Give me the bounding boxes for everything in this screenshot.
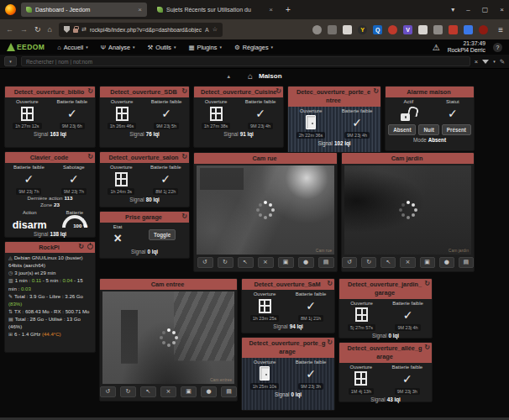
header-right: ⚠ 21:37:49 RockPi4 Derric ? bbox=[433, 40, 502, 55]
menu-analyse[interactable]: Ψ Analyse ▾ bbox=[101, 44, 135, 51]
open-duration: 2h 22m 36s bbox=[296, 132, 326, 139]
new-tab-button[interactable]: + bbox=[283, 5, 293, 14]
browse-recordings-icon[interactable]: ▤ bbox=[221, 386, 237, 397]
close-icon[interactable]: × bbox=[160, 386, 176, 397]
refresh-icon[interactable]: ↻ bbox=[181, 87, 187, 95]
nuit-button[interactable]: Nuit bbox=[418, 124, 438, 135]
snapshot-icon[interactable]: ▣ bbox=[278, 257, 294, 268]
search-scope-dropdown[interactable]: ▾ bbox=[4, 56, 17, 66]
extension-icon[interactable] bbox=[388, 25, 397, 34]
camera-feed[interactable]: Cam jardin bbox=[344, 165, 471, 255]
toggle-button[interactable]: Toggle bbox=[149, 229, 176, 240]
extension-icon[interactable]: Y bbox=[358, 25, 367, 34]
reload-icon[interactable]: ↻ bbox=[34, 25, 41, 34]
section-header: ▴ ⌂ Maison bbox=[0, 71, 509, 81]
warning-icon[interactable]: ⚠ bbox=[433, 43, 440, 52]
menu-accueil[interactable]: ⌂ Accueil ▾ bbox=[57, 44, 88, 51]
cursor-icon[interactable]: ↖ bbox=[380, 257, 396, 268]
translate-icon[interactable]: A bbox=[205, 27, 209, 33]
extension-icon[interactable] bbox=[312, 25, 322, 34]
record-icon[interactable]: ● bbox=[201, 386, 217, 397]
extension-icon[interactable] bbox=[449, 25, 458, 34]
record-icon[interactable]: ● bbox=[439, 257, 454, 268]
absent-button[interactable]: Absent bbox=[388, 124, 416, 135]
refresh-icon[interactable]: ↻ bbox=[275, 87, 281, 95]
extension-icon[interactable] bbox=[328, 25, 337, 34]
refresh-icon[interactable]: ↻ bbox=[181, 213, 187, 220]
maximize-button[interactable]: ▢ bbox=[482, 6, 489, 13]
refresh-icon[interactable]: ↻ bbox=[87, 153, 93, 160]
firefox-icon[interactable] bbox=[5, 4, 16, 15]
menu-outils[interactable]: ⚒ Outils ▾ bbox=[148, 44, 176, 51]
clock-time: 21:37:49 bbox=[448, 40, 485, 47]
pan-right-icon[interactable]: ↻ bbox=[218, 257, 234, 268]
home-icon[interactable]: ⌂ bbox=[48, 25, 52, 34]
clear-search-icon[interactable]: × bbox=[475, 58, 478, 66]
browse-recordings-icon[interactable]: ▤ bbox=[459, 257, 474, 268]
extension-icon[interactable] bbox=[479, 25, 488, 34]
cursor-icon[interactable]: ↖ bbox=[140, 386, 156, 397]
extension-icon[interactable] bbox=[464, 25, 473, 34]
pan-left-icon[interactable]: ↺ bbox=[342, 257, 357, 268]
list-tabs-icon[interactable]: ▾ bbox=[451, 6, 454, 13]
close-icon[interactable]: × bbox=[400, 257, 415, 268]
tab-close-icon[interactable]: × bbox=[269, 6, 273, 13]
url-bar[interactable]: ⇄ rockpi4b/index.php?v=d&p=dashboard&obj… bbox=[59, 23, 223, 37]
menu-reglages[interactable]: ⚙ Réglages ▾ bbox=[234, 44, 273, 51]
user-name[interactable]: RockPi4 Derric bbox=[448, 47, 485, 54]
tab-dashboard[interactable]: Dashboard - Jeedom × bbox=[21, 3, 147, 17]
filter-caret-icon[interactable]: ▾ bbox=[493, 59, 496, 64]
close-button[interactable]: × bbox=[500, 6, 504, 13]
menu-plugins[interactable]: ▦ Plugins ▾ bbox=[188, 44, 222, 51]
refresh-icon[interactable]: ↻ bbox=[327, 280, 333, 287]
jeedom-header: EEDOM ⌂ Accueil ▾ Ψ Analyse ▾ ⚒ Outils ▾… bbox=[0, 39, 509, 55]
camera-feed[interactable]: Cam entree bbox=[102, 291, 234, 384]
jeedom-logo[interactable]: EEDOM bbox=[7, 43, 45, 51]
refresh-icon[interactable]: ↻ bbox=[424, 280, 430, 289]
extension-icon[interactable] bbox=[433, 25, 443, 34]
edit-icon[interactable]: ✎ bbox=[500, 58, 505, 66]
extension-icon[interactable] bbox=[343, 25, 352, 34]
pan-right-icon[interactable]: ↻ bbox=[120, 386, 136, 397]
menu-icon[interactable]: ≡ bbox=[498, 25, 503, 34]
power-icon[interactable] bbox=[87, 244, 93, 249]
tab-forum[interactable]: Sujets Récents sur Utilisation du × bbox=[152, 3, 278, 17]
camera-feed[interactable]: Cam rue bbox=[197, 165, 334, 255]
tracking-shield-icon[interactable] bbox=[64, 26, 70, 33]
help-icon[interactable]: ? bbox=[493, 43, 502, 52]
filter-icon[interactable] bbox=[482, 60, 489, 64]
snapshot-icon[interactable]: ▣ bbox=[181, 386, 197, 397]
snapshot-icon[interactable]: ▣ bbox=[420, 257, 435, 268]
record-icon[interactable]: ● bbox=[298, 257, 314, 268]
pan-right-icon[interactable]: ↻ bbox=[361, 257, 376, 268]
refresh-icon[interactable]: ↻ bbox=[87, 87, 93, 95]
extension-icon[interactable]: Q bbox=[373, 25, 382, 34]
tile-detect-ouverture-allee-garage: Detect_ouverture_allée_garage ↻ Ouvertur… bbox=[338, 342, 433, 402]
forward-icon[interactable]: → bbox=[20, 25, 28, 34]
cursor-icon[interactable]: ↖ bbox=[238, 257, 254, 268]
url-text[interactable]: rockpi4b/index.php?v=d&p=dashboard&objec… bbox=[90, 27, 202, 33]
refresh-icon[interactable]: ↻ bbox=[327, 339, 333, 348]
refresh-icon[interactable]: ↻ bbox=[424, 344, 430, 353]
extension-icon[interactable] bbox=[418, 25, 428, 34]
extension-icon[interactable]: V bbox=[403, 25, 412, 34]
bookmark-star-icon[interactable]: ☆ bbox=[213, 26, 218, 33]
search-input[interactable] bbox=[21, 56, 470, 66]
collapse-icon[interactable]: ▴ bbox=[227, 73, 230, 80]
lock-icon[interactable] bbox=[73, 29, 78, 33]
pan-left-icon[interactable]: ↺ bbox=[197, 257, 213, 268]
refresh-icon[interactable]: ↻ bbox=[373, 87, 379, 97]
close-icon[interactable]: × bbox=[258, 257, 274, 268]
open-duration: 1h 27m 12s bbox=[13, 123, 42, 129]
battery-label: Batterie faible bbox=[151, 99, 182, 104]
tab-close-icon[interactable]: × bbox=[138, 6, 142, 13]
door-icon bbox=[306, 115, 316, 129]
back-icon[interactable]: ← bbox=[6, 25, 13, 34]
present-button[interactable]: Présent bbox=[442, 124, 471, 135]
cpu-icon: ⊞ bbox=[8, 331, 13, 337]
minimize-button[interactable]: – bbox=[466, 6, 470, 13]
refresh-icon[interactable]: ↻ bbox=[78, 243, 84, 250]
refresh-icon[interactable]: ↻ bbox=[181, 153, 187, 160]
browse-recordings-icon[interactable]: ▤ bbox=[318, 257, 334, 268]
pan-left-icon[interactable]: ↺ bbox=[100, 386, 116, 397]
